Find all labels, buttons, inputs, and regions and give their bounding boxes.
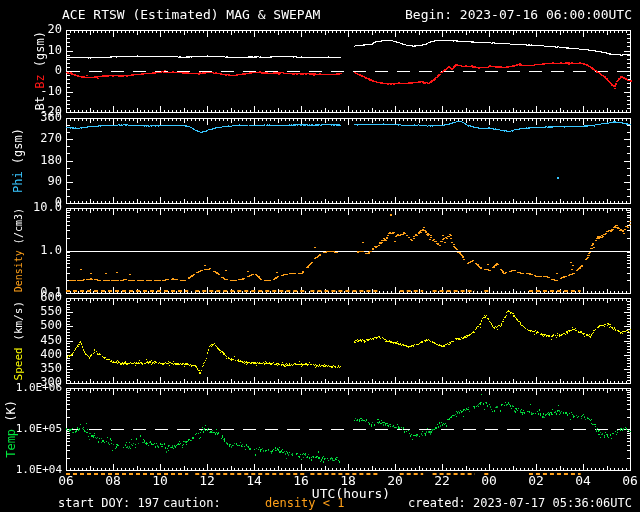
caution-value: density < 1 [265,496,344,510]
created-timestamp: created: 2023-07-17 05:36:06UTC [408,496,632,510]
y-axis-title-part: (gsm) [33,31,47,74]
y-axis-title-part: Temp [4,429,18,458]
ace-rtsw-plot: ACE RTSW (Estimated) MAG & SWEPAM Begin:… [0,0,640,512]
start-doy-label: start DOY: 197 [58,496,159,510]
y-axis-title: Bt Bz (gsm) [30,30,50,112]
x-tick-label: 14 [240,474,268,487]
y-axis-title: Phi (gsm) [8,118,28,203]
x-tick-label: 22 [428,474,456,487]
x-tick-label: 20 [381,474,409,487]
x-tick-label: 18 [334,474,362,487]
x-tick-label: 00 [475,474,503,487]
y-axis-title-text: Density (/cm3) [13,208,24,292]
y-axis-title-text: Bt Bz (gsm) [33,31,47,111]
y-axis-title-part: (/cm3) [13,208,24,250]
x-tick-label: 08 [99,474,127,487]
y-axis-title-text: Phi (gsm) [11,128,25,193]
x-tick-label: 04 [569,474,597,487]
y-axis-title: Speed (km/s) [8,298,28,383]
x-tick-label: 12 [193,474,221,487]
y-axis-title-part: Density [13,251,24,293]
chart-canvas [0,0,640,512]
y-axis-title-part: Bz [33,75,47,89]
y-axis-title: Temp (K) [2,388,20,470]
y-axis-title-part: Speed [12,347,25,380]
y-axis-title-part: Phi [11,171,25,193]
x-tick-label: 10 [146,474,174,487]
begin-timestamp: Begin: 2023-07-16 06:00:00UTC [405,7,632,22]
y-axis-title: Density (/cm3) [8,208,28,293]
plot-title: ACE RTSW (Estimated) MAG & SWEPAM [62,7,320,22]
y-axis-title-text: Temp (K) [4,400,18,458]
y-axis-title-part: (gsm) [11,128,25,171]
x-tick-label: 06 [52,474,80,487]
x-tick-label: 02 [522,474,550,487]
x-tick-label: 06 [616,474,640,487]
y-axis-title-text: Speed (km/s) [12,301,25,380]
y-axis-title-part: (K) [4,400,18,429]
caution-label: caution: [163,496,221,510]
x-tick-label: 16 [287,474,315,487]
y-axis-title-part: Bt [33,89,47,111]
y-axis-title-part: (km/s) [12,301,25,347]
